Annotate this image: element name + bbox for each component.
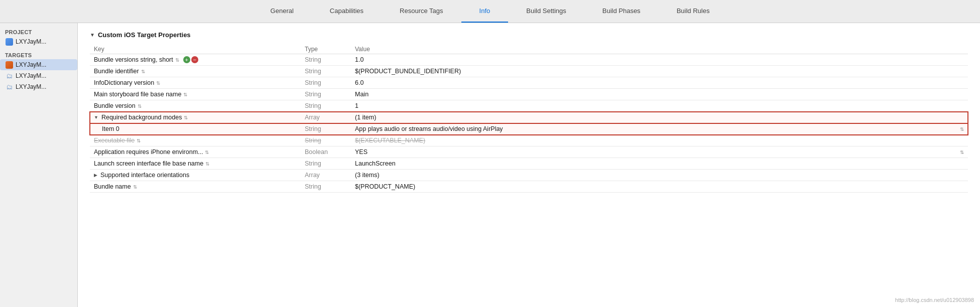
key-cell-launch-screen: Launch screen interface file base name ⇅: [90, 158, 301, 170]
type-cell-item-0: String: [301, 123, 351, 135]
value-cell-bundle-name: $(PRODUCT_NAME): [351, 181, 968, 192]
key-text: Bundle versions string, short: [94, 56, 173, 63]
table-row[interactable]: Bundle versions string, short ⇅+−String1…: [90, 54, 968, 66]
key-text: Bundle name: [94, 183, 131, 190]
project-item-text: LXYJayM...: [16, 38, 46, 45]
tab-general[interactable]: General: [253, 0, 312, 23]
stepper-icon[interactable]: ⇅: [175, 57, 179, 63]
value-cell-item-0: App plays audio or streams audio/video u…: [351, 123, 968, 134]
value-text: $(EXECUTABLE_NAME): [355, 137, 425, 144]
key-text: Launch screen interface file base name: [94, 160, 203, 167]
section-header: ▼ Custom iOS Target Properties: [90, 31, 968, 39]
type-cell-required-background-modes: Array: [301, 112, 351, 123]
main-layout: PROJECT LXYJayM... TARGETS LXYJayM... 🗂 …: [0, 23, 980, 307]
value-text: 1: [355, 102, 358, 109]
col-header-value: Value: [351, 45, 968, 54]
key-text: Executable file: [94, 137, 135, 144]
sidebar-item-project[interactable]: LXYJayM...: [0, 36, 77, 47]
key-cell-bundle-versions-string: Bundle versions string, short ⇅+−: [90, 54, 301, 66]
tab-build-settings[interactable]: Build Settings: [508, 0, 584, 23]
stepper-icon[interactable]: ⇅: [184, 115, 188, 120]
disclosure-triangle[interactable]: ▼: [94, 115, 98, 120]
value-cell-bundle-identifier: $(PRODUCT_BUNDLE_IDENTIFIER): [351, 66, 968, 77]
key-cell-required-background-modes: ▼Required background modes ⇅: [90, 112, 301, 123]
table-row[interactable]: Application requires iPhone environm... …: [90, 146, 968, 158]
table-row[interactable]: Executable file ⇅String$(EXECUTABLE_NAME…: [90, 135, 968, 146]
remove-icon[interactable]: −: [191, 56, 198, 63]
value-text: 1.0: [355, 56, 363, 63]
table-row[interactable]: ▶Supported interface orientationsArray(3…: [90, 170, 968, 181]
key-text: InfoDictionary version: [94, 79, 154, 86]
tab-build-rules[interactable]: Build Rules: [659, 0, 728, 23]
sidebar-item-target-2[interactable]: 🗂 LXYJayM...: [0, 70, 77, 81]
value-cell-launch-screen: LaunchScreen: [351, 158, 968, 169]
key-cell-main-storyboard: Main storyboard file base name ⇅: [90, 89, 301, 100]
key-text: Bundle identifier: [94, 68, 139, 75]
target-item-text-3: LXYJayM...: [16, 83, 46, 90]
value-cell-app-requires-iphone: YES⇅: [351, 146, 968, 158]
stepper-icon[interactable]: ⇅: [133, 184, 137, 190]
key-text: Item 0: [102, 125, 119, 132]
folder-icon-2: 🗂: [5, 72, 13, 80]
table-row[interactable]: Item 0StringApp plays audio or streams a…: [90, 123, 968, 135]
stepper-icon[interactable]: ⇅: [137, 138, 141, 143]
table-row[interactable]: Main storyboard file base name ⇅StringMa…: [90, 89, 968, 100]
key-text: Required background modes: [101, 114, 182, 121]
type-cell-launch-screen: String: [301, 158, 351, 170]
value-text: YES: [355, 148, 368, 156]
type-cell-executable-file: String: [301, 135, 351, 146]
stepper-icon[interactable]: ⇅: [156, 80, 160, 86]
top-nav-bar: General Capabilities Resource Tags Info …: [0, 0, 980, 23]
targets-section-label: TARGETS: [0, 50, 77, 59]
table-row[interactable]: Bundle identifier ⇅String$(PRODUCT_BUNDL…: [90, 66, 968, 77]
table-row[interactable]: ▼Required background modes ⇅Array(1 item…: [90, 112, 968, 123]
tab-build-phases[interactable]: Build Phases: [584, 0, 659, 23]
type-cell-info-dictionary-version: String: [301, 77, 351, 89]
value-text: App plays audio or streams audio/video u…: [355, 125, 503, 132]
disclosure-triangle[interactable]: ▶: [94, 173, 97, 178]
value-text: Main: [355, 91, 369, 98]
right-chevron-icon[interactable]: ⇅: [960, 126, 964, 132]
project-icon: [5, 38, 13, 46]
table-row[interactable]: Bundle version ⇅String1: [90, 100, 968, 112]
value-text: $(PRODUCT_NAME): [355, 183, 415, 190]
target-icon-1: [5, 61, 13, 69]
type-cell-supported-interface-orientations: Array: [301, 170, 351, 181]
col-header-type: Type: [301, 45, 351, 54]
type-cell-app-requires-iphone: Boolean: [301, 146, 351, 158]
key-text: Main storyboard file base name: [94, 91, 181, 98]
value-cell-bundle-version: 1: [351, 100, 968, 111]
table-row[interactable]: InfoDictionary version ⇅String6.0: [90, 77, 968, 89]
value-text: 6.0: [355, 79, 363, 86]
type-cell-bundle-version: String: [301, 100, 351, 112]
add-icon[interactable]: +: [183, 56, 190, 63]
sidebar: PROJECT LXYJayM... TARGETS LXYJayM... 🗂 …: [0, 23, 78, 307]
folder-icon-3: 🗂: [5, 83, 13, 91]
stepper-icon[interactable]: ⇅: [183, 92, 187, 97]
section-disclosure-triangle[interactable]: ▼: [90, 32, 95, 38]
right-chevron-icon[interactable]: ⇅: [960, 149, 964, 155]
tab-capabilities[interactable]: Capabilities: [312, 0, 382, 23]
stepper-icon[interactable]: ⇅: [205, 149, 209, 155]
properties-table: Key Type Value Bundle versions string, s…: [90, 45, 968, 193]
col-header-key: Key: [90, 45, 301, 54]
content-area: ▼ Custom iOS Target Properties Key Type …: [78, 23, 980, 307]
tab-info[interactable]: Info: [461, 0, 509, 23]
stepper-icon[interactable]: ⇅: [141, 69, 145, 74]
type-cell-bundle-versions-string: String: [301, 54, 351, 66]
tab-resource-tags[interactable]: Resource Tags: [382, 0, 461, 23]
table-row[interactable]: Bundle name ⇅String$(PRODUCT_NAME): [90, 181, 968, 193]
stepper-icon[interactable]: ⇅: [205, 161, 209, 167]
sidebar-item-target-1[interactable]: LXYJayM...: [0, 59, 77, 70]
key-text: Supported interface orientations: [100, 172, 189, 179]
table-row[interactable]: Launch screen interface file base name ⇅…: [90, 158, 968, 170]
value-cell-required-background-modes: (1 item): [351, 112, 968, 123]
key-text: Application requires iPhone environm...: [94, 148, 203, 156]
stepper-icon[interactable]: ⇅: [138, 103, 142, 109]
watermark: http://blog.csdn.net/u012903898: [895, 297, 974, 303]
sidebar-item-target-3[interactable]: 🗂 LXYJayM...: [0, 81, 77, 92]
target-item-text-1: LXYJayM...: [16, 61, 46, 68]
key-cell-supported-interface-orientations: ▶Supported interface orientations: [90, 170, 301, 181]
value-text: (3 items): [355, 172, 380, 179]
value-text: LaunchScreen: [355, 160, 396, 167]
